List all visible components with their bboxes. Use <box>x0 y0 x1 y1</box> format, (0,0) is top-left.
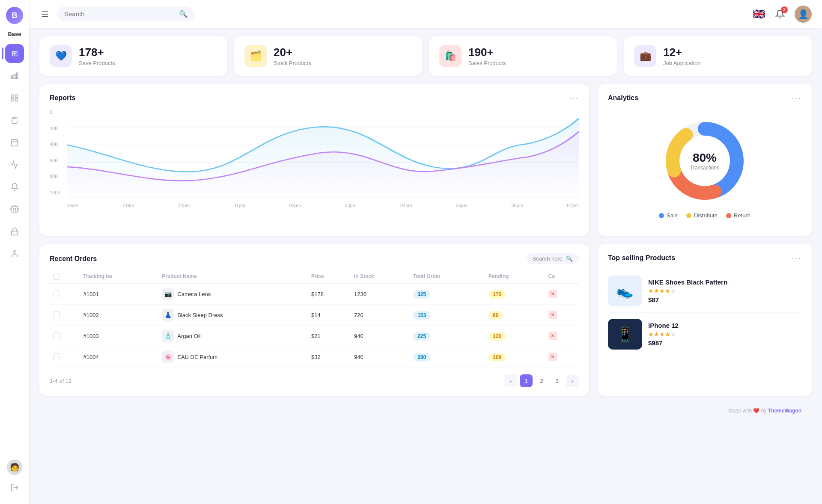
top-selling-menu-button[interactable]: ··· <box>792 253 801 263</box>
stat-card-sales-products: 🛍️ 190+ Sales Products <box>429 36 617 76</box>
stock-products-value: 20+ <box>274 46 311 59</box>
legend-item-distribute: Distribute <box>686 212 718 219</box>
reports-menu-button[interactable]: ··· <box>569 93 579 103</box>
product-image: 👟 <box>608 276 642 306</box>
app-name: Base <box>8 31 21 37</box>
donut-center: 80% Transactions <box>690 151 719 171</box>
product-thumbnail: 📷 <box>162 288 174 300</box>
product-details: NIKE Shoes Black Pattern ★★★★★ $87 <box>648 279 727 303</box>
col-cancel: Ca <box>545 270 579 284</box>
stat-card-stock-products: 🗂️ 20+ Stock Products <box>234 36 422 76</box>
sidebar-item-orders[interactable] <box>5 111 24 130</box>
star-1: ★ <box>648 288 654 294</box>
svg-rect-3 <box>12 95 14 98</box>
product-thumbnail: 🌸 <box>162 351 174 363</box>
menu-toggle-button[interactable]: ☰ <box>39 7 51 21</box>
star-5: ★ <box>670 331 676 338</box>
cancel-button[interactable]: ✕ <box>548 311 557 319</box>
language-flag[interactable]: 🇬🇧 <box>753 8 765 20</box>
analytics-menu-button[interactable]: ··· <box>792 93 801 103</box>
sidebar-item-calendar[interactable] <box>5 133 24 152</box>
cancel-button[interactable]: ✕ <box>548 290 557 298</box>
svg-rect-13 <box>12 231 18 235</box>
product-name: NIKE Shoes Black Pattern <box>648 279 727 286</box>
product-item: 📱 iPhone 12 ★★★★★ $987 <box>608 313 801 356</box>
donut-subtitle: Transactions <box>690 165 719 171</box>
page-3-button[interactable]: 3 <box>551 374 563 387</box>
sidebar-item-security[interactable] <box>5 222 24 241</box>
notifications-button[interactable]: 2 <box>772 6 788 22</box>
sidebar-item-notifications[interactable] <box>5 178 24 196</box>
page-1-button[interactable]: 1 <box>520 374 533 387</box>
product-name: Black Sleep Dress <box>177 312 223 318</box>
content-area: 💙 178+ Save Products 🗂️ 20+ Stock Produc… <box>29 28 822 504</box>
analytics-title: Analytics <box>608 94 638 102</box>
sidebar-item-profile[interactable] <box>5 244 24 263</box>
row-stock: 940 <box>351 347 410 368</box>
row-cancel: ✕ <box>545 305 579 326</box>
page-2-button[interactable]: 2 <box>535 374 548 387</box>
reports-card: Reports ··· 100K 80K 60K 40K 20K 0 <box>39 84 589 236</box>
col-total: Total Order <box>410 270 485 284</box>
pagination: 1-4 of 12 ‹ 1 2 3 › <box>50 374 579 387</box>
row-product: 👗 Black Sleep Dress <box>158 305 308 326</box>
legend-item-return: Return <box>726 212 751 219</box>
sidebar-user-avatar[interactable]: 🧑 <box>7 460 22 475</box>
product-price: $987 <box>648 339 679 347</box>
row-checkbox[interactable] <box>53 353 60 360</box>
cancel-button[interactable]: ✕ <box>548 332 557 340</box>
row-tracking: #1002 <box>80 305 159 326</box>
sidebar-item-modules[interactable] <box>5 89 24 107</box>
stat-card-save-products: 💙 178+ Save Products <box>39 36 227 76</box>
svg-rect-7 <box>14 117 16 119</box>
row-tracking: #1004 <box>80 347 159 368</box>
row-price: $32 <box>308 347 351 368</box>
table-row: #1004 🌸 EAU DE Parfum $32 940 280 108 ✕ <box>50 347 579 368</box>
product-details: iPhone 12 ★★★★★ $987 <box>648 322 679 347</box>
search-bar[interactable]: 🔍 <box>57 6 194 21</box>
orders-search-bar[interactable]: Search here 🔍 <box>526 253 579 264</box>
footer-text: Made with ❤️ by <box>728 408 768 414</box>
row-checkbox[interactable] <box>53 332 60 339</box>
product-name: EAU DE Parfum <box>177 354 217 360</box>
row-stock: 720 <box>351 305 410 326</box>
save-products-value: 178+ <box>79 46 115 59</box>
star-3: ★ <box>659 331 665 338</box>
pending-badge: 120 <box>488 332 506 341</box>
stat-card-job-application: 💼 12+ Job Application <box>624 36 812 76</box>
sidebar-item-reports[interactable] <box>5 155 24 174</box>
chart-svg-area <box>67 110 579 198</box>
product-item: 👟 NIKE Shoes Black Pattern ★★★★★ $87 <box>608 270 801 313</box>
search-input[interactable] <box>64 10 176 18</box>
svg-rect-8 <box>12 139 18 146</box>
row-price: $21 <box>308 326 351 347</box>
sidebar-item-dashboard[interactable]: ⊞ <box>5 44 24 63</box>
app-logo[interactable]: B <box>6 7 23 24</box>
row-checkbox[interactable] <box>53 291 60 297</box>
row-pending: 108 <box>485 347 545 368</box>
topbar-user-avatar[interactable]: 👤 <box>795 6 812 23</box>
orders-search-icon: 🔍 <box>566 255 573 262</box>
analytics-donut: 80% Transactions Sale Distribute <box>608 110 801 227</box>
cancel-button[interactable]: ✕ <box>548 353 557 361</box>
total-badge: 225 <box>413 332 430 341</box>
col-stock: In Stock <box>351 270 410 284</box>
next-page-button[interactable]: › <box>566 374 579 387</box>
sidebar-item-analytics[interactable] <box>5 66 24 85</box>
prev-page-button[interactable]: ‹ <box>504 374 517 387</box>
stock-products-label: Stock Products <box>274 60 311 66</box>
table-row: #1002 👗 Black Sleep Dress $14 720 153 80… <box>50 305 579 326</box>
sidebar-signout-button[interactable] <box>5 478 24 497</box>
star-1: ★ <box>648 331 654 338</box>
top-selling-card: Top selling Products ··· 👟 NIKE Shoes Bl… <box>598 244 812 396</box>
svg-point-14 <box>13 251 16 254</box>
row-price: $178 <box>308 284 351 305</box>
sidebar-item-settings[interactable] <box>5 200 24 219</box>
job-application-icon: 💼 <box>634 45 656 67</box>
job-application-label: Job Application <box>663 60 700 66</box>
save-products-label: Save Products <box>79 60 115 66</box>
row-checkbox[interactable] <box>53 311 60 318</box>
row-total-order: 153 <box>410 305 485 326</box>
svg-rect-1 <box>14 74 15 79</box>
select-all-checkbox[interactable] <box>53 273 60 280</box>
